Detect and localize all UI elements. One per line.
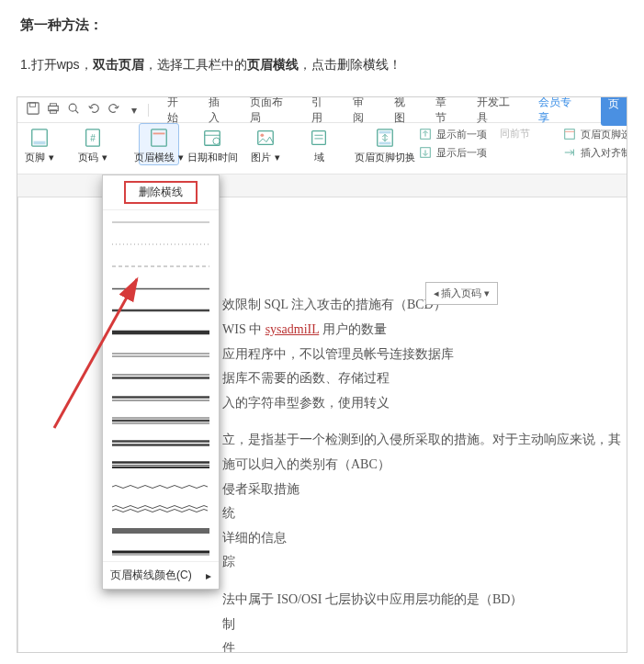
options-icon [562, 127, 577, 141]
svg-rect-8 [34, 141, 46, 145]
quick-access-toolbar: ▾ 开始 插入 页面布局 引用 审阅 视图 章节 开发工具 会员专享 页 [17, 97, 627, 123]
svg-rect-1 [30, 103, 36, 107]
footer-button[interactable]: 页脚 ▾ [19, 123, 60, 164]
doc-line: 详细的信息 [222, 526, 617, 551]
doc-line: 制 [222, 613, 617, 637]
show-next-button[interactable]: 显示后一项 [418, 145, 487, 160]
tab-chapter[interactable]: 章节 [435, 96, 457, 126]
doc-line: 踪 [222, 550, 617, 575]
doc-line: 入的字符串型参数，使用转义 [222, 391, 617, 416]
label: 日期和时间 [187, 151, 238, 164]
undo-icon[interactable] [84, 102, 104, 118]
print-icon[interactable] [43, 102, 63, 118]
tab-vip[interactable]: 会员专享 [538, 96, 581, 126]
label: 页码 ▾ [78, 151, 107, 164]
line-style[interactable] [112, 526, 209, 535]
line-style[interactable] [112, 306, 209, 315]
label: 图片 ▾ [251, 151, 279, 164]
document-area: 页眉 ◂ 插入页码 ▾ 效限制 SQL 注入攻击的措施有（BCD） WIS 中 … [17, 174, 627, 652]
samesec-group: 同前节 [500, 123, 537, 141]
picture-button[interactable]: 图片 ▾ [245, 123, 286, 164]
svg-rect-16 [258, 131, 274, 145]
ribbon-tabs: 开始 插入 页面布局 引用 审阅 视图 章节 开发工具 会员专享 页 [153, 96, 621, 126]
label: 页眉页脚切换 [355, 151, 415, 164]
screenshot: ▾ 开始 插入 页面布局 引用 审阅 视图 章节 开发工具 会员专享 页 页脚 … [17, 96, 627, 653]
image-icon [254, 127, 277, 149]
line-style[interactable] [112, 482, 209, 491]
pagenum-button[interactable]: # 页码 ▾ [73, 123, 113, 164]
line-style[interactable] [112, 328, 209, 337]
doc-line: WIS 中 sysadmiIL 用户的数量 [222, 318, 617, 343]
svg-text:#: # [90, 133, 96, 143]
show-prev-button[interactable]: 显示前一项 [418, 127, 487, 141]
redo-icon[interactable] [104, 102, 124, 118]
svg-rect-18 [312, 131, 326, 145]
line-styles-list [103, 210, 219, 561]
tab-view[interactable]: 视图 [394, 96, 415, 126]
pagenum-icon: # [82, 127, 104, 149]
line-style[interactable] [112, 284, 209, 293]
text: ，选择工具栏中的 [144, 57, 247, 72]
preview-icon[interactable] [63, 102, 84, 118]
insert-pagenum-button[interactable]: ◂ 插入页码 ▾ [425, 282, 499, 305]
line-style[interactable] [112, 262, 209, 271]
datetime-button[interactable]: 日期和时间 [192, 123, 232, 164]
dropdown-icon[interactable]: ▾ [124, 104, 144, 117]
line-style[interactable] [112, 218, 209, 227]
tab-icon [562, 145, 577, 160]
chevron-right-icon: ▸ [206, 569, 211, 582]
section-heading: 第一种方法： [20, 17, 624, 34]
svg-point-17 [261, 134, 265, 138]
tab-insert[interactable]: 插入 [209, 96, 230, 126]
switch-icon [374, 127, 396, 149]
text-bold: 双击页眉 [93, 57, 144, 72]
same-section-button: 同前节 [500, 127, 537, 141]
line-style[interactable] [112, 460, 209, 469]
prev-icon [418, 127, 433, 141]
save-icon[interactable] [23, 102, 43, 118]
doc-line: 施可以归入的类别有（ABC） [222, 453, 617, 478]
line-style[interactable] [112, 416, 209, 425]
doc-line: 效限制 SQL 注入攻击的措施有（BCD） [222, 293, 617, 318]
doc-line: 统 [222, 501, 617, 526]
tab-layout[interactable]: 页面布局 [250, 96, 292, 126]
highlight-box: 删除横线 [124, 181, 198, 204]
header-line-dropdown: 删除横线 页眉横线颜色(C) [102, 174, 220, 590]
line-style[interactable] [112, 438, 209, 447]
svg-point-5 [69, 105, 76, 112]
line-style[interactable] [112, 372, 209, 381]
line-style[interactable] [112, 240, 209, 249]
doc-line: 据库不需要的函数、存储过程 [222, 366, 617, 391]
tab-review[interactable]: 审阅 [353, 96, 374, 126]
hf-options-button[interactable]: 页眉页脚选项 [562, 127, 627, 141]
svg-rect-3 [51, 104, 57, 107]
line-style[interactable] [112, 548, 209, 557]
label: 页眉横线 ▾ [134, 151, 183, 164]
field-button[interactable]: 域 [299, 123, 339, 164]
svg-rect-22 [379, 131, 391, 134]
tab-header-footer[interactable]: 页 [601, 96, 627, 126]
delete-header-line-item[interactable]: 删除横线 [103, 175, 219, 210]
nav-group: 显示前一项 显示后一项 [418, 123, 487, 160]
insert-tab-button[interactable]: 插入对齐制表位 [562, 145, 627, 160]
calendar-icon [201, 127, 223, 149]
next-icon [418, 145, 433, 160]
svg-rect-11 [152, 129, 167, 146]
tab-start[interactable]: 开始 [167, 96, 188, 126]
switch-button[interactable]: 页眉页脚切换 [365, 123, 405, 164]
label: 域 [314, 151, 324, 164]
ribbon: 页脚 ▾ # 页码 ▾ 页眉横线 ▾ 日期和时间 图片 ▾ 域 页眉页脚切换 [17, 123, 627, 174]
line-style[interactable] [112, 394, 209, 403]
text-bold: 页眉横线 [247, 57, 299, 72]
label: 页眉横线颜色(C) [110, 568, 192, 583]
header-line-color-item[interactable]: 页眉横线颜色(C) ▸ [103, 561, 219, 589]
line-style[interactable] [112, 350, 209, 359]
footer-icon [28, 127, 51, 149]
line-style[interactable] [112, 504, 209, 513]
label: 页脚 ▾ [25, 151, 53, 164]
tab-dev[interactable]: 开发工具 [477, 96, 519, 126]
tab-ref[interactable]: 引用 [311, 96, 333, 126]
header-line-button[interactable]: 页眉横线 ▾ [139, 123, 179, 165]
text: 1.打开wps， [20, 57, 93, 72]
doc-line: 应用程序中，不以管理员帐号连接数据库 [222, 343, 617, 367]
